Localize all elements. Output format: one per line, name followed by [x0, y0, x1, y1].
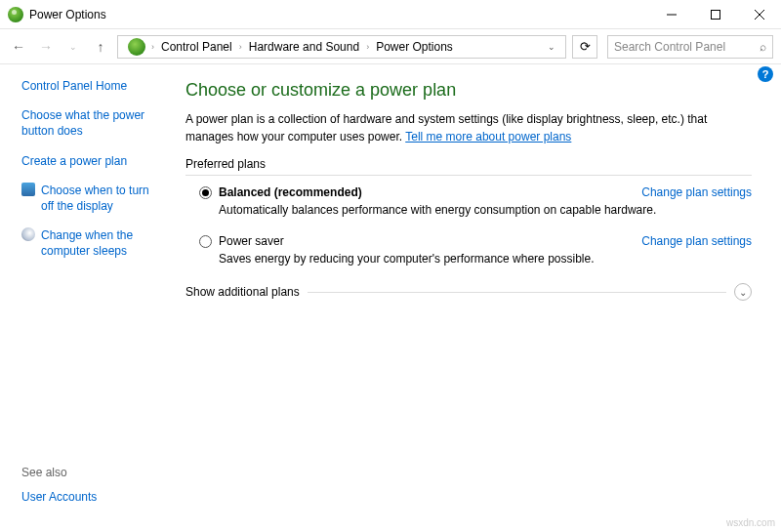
- sidebar-link[interactable]: Choose when to turn off the display: [21, 183, 164, 214]
- close-icon: [755, 10, 764, 20]
- search-input[interactable]: Search Control Panel ⌕: [607, 35, 773, 59]
- up-button[interactable]: ↑: [90, 36, 111, 58]
- main-panel: Choose or customize a power plan A power…: [176, 64, 781, 532]
- sidebar-link[interactable]: Change when the computer sleeps: [21, 227, 164, 259]
- forward-button[interactable]: →: [35, 36, 57, 58]
- show-additional-plans[interactable]: Show additional plans ⌄: [185, 283, 752, 301]
- breadcrumb-item[interactable]: Control Panel: [158, 38, 235, 56]
- svg-rect-1: [711, 10, 719, 19]
- sidebar: Control Panel Home Choose what the power…: [0, 64, 176, 532]
- plan-description: Saves energy by reducing your computer's…: [219, 252, 752, 266]
- search-placeholder: Search Control Panel: [614, 40, 760, 54]
- change-plan-settings-link[interactable]: Change plan settings: [641, 234, 752, 248]
- change-plan-settings-link[interactable]: Change plan settings: [641, 185, 752, 199]
- page-description: A power plan is a collection of hardware…: [185, 110, 752, 145]
- page-heading: Choose or customize a power plan: [185, 80, 752, 101]
- maximize-button[interactable]: [693, 0, 737, 28]
- power-plan-row: Power saver Change plan settings: [185, 234, 752, 248]
- chevron-right-icon: ›: [151, 42, 154, 52]
- sidebar-link[interactable]: Create a power plan: [21, 153, 164, 169]
- breadcrumb-item[interactable]: Power Options: [373, 38, 456, 56]
- plan-name[interactable]: Power saver: [219, 234, 641, 248]
- help-icon: ?: [762, 68, 769, 80]
- plan-radio-power-saver[interactable]: [199, 235, 212, 248]
- back-button[interactable]: ←: [8, 36, 29, 58]
- plan-description: Automatically balances performance with …: [219, 203, 752, 217]
- refresh-button[interactable]: ⟳: [572, 35, 597, 59]
- refresh-icon: ⟳: [580, 39, 591, 54]
- watermark: wsxdn.com: [726, 517, 775, 528]
- window-controls: [649, 0, 781, 28]
- control-panel-home-link[interactable]: Control Panel Home: [21, 78, 164, 94]
- power-options-icon: [128, 38, 145, 56]
- breadcrumb-item[interactable]: Hardware and Sound: [246, 38, 362, 56]
- see-also-label: See also: [21, 466, 164, 479]
- divider: [185, 175, 752, 176]
- help-button[interactable]: ?: [758, 66, 773, 82]
- titlebar: Power Options: [0, 0, 781, 29]
- plan-name[interactable]: Balanced (recommended): [219, 185, 641, 199]
- chevron-right-icon: ›: [239, 42, 242, 52]
- plan-radio-balanced[interactable]: [199, 186, 212, 199]
- expand-button[interactable]: ⌄: [734, 283, 752, 301]
- search-icon: ⌕: [760, 40, 766, 54]
- sidebar-link-label: Change when the computer sleeps: [41, 227, 164, 259]
- see-also-link[interactable]: User Accounts: [21, 489, 164, 505]
- close-button[interactable]: [737, 0, 781, 28]
- show-more-label: Show additional plans: [185, 285, 300, 299]
- learn-more-link[interactable]: Tell me more about power plans: [405, 130, 571, 143]
- power-plan-row: Balanced (recommended) Change plan setti…: [185, 185, 752, 199]
- chevron-right-icon: ›: [366, 42, 369, 52]
- minimize-button[interactable]: [649, 0, 693, 28]
- monitor-icon: [21, 183, 35, 196]
- moon-icon: [21, 227, 35, 241]
- preferred-plans-label: Preferred plans: [185, 157, 752, 171]
- minimize-icon: [667, 10, 677, 20]
- chevron-down-icon[interactable]: ⌄: [544, 42, 559, 52]
- sidebar-link-label: Choose when to turn off the display: [41, 183, 164, 214]
- chevron-down-icon: ⌄: [739, 287, 747, 298]
- sidebar-link[interactable]: Choose what the power button does: [21, 107, 164, 139]
- recent-dropdown[interactable]: ⌄: [62, 36, 84, 58]
- maximize-icon: [711, 10, 720, 20]
- divider: [308, 292, 726, 293]
- content-body: Control Panel Home Choose what the power…: [0, 64, 781, 532]
- power-options-icon: [8, 7, 23, 22]
- navbar: ← → ⌄ ↑ › Control Panel › Hardware and S…: [0, 29, 781, 64]
- breadcrumb[interactable]: › Control Panel › Hardware and Sound › P…: [117, 35, 566, 59]
- window-title: Power Options: [29, 8, 649, 21]
